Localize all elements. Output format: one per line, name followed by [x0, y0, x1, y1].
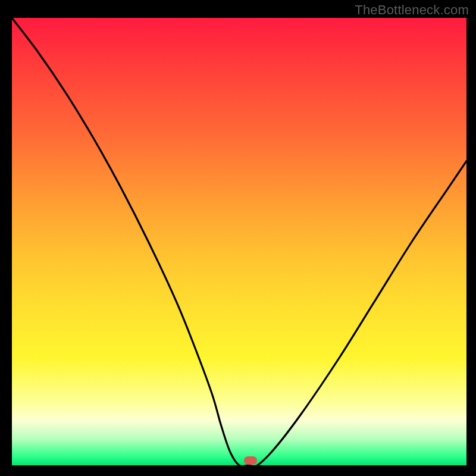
- chart-frame: TheBottleneck.com: [0, 0, 476, 476]
- curve-svg: [12, 18, 466, 465]
- watermark-text: TheBottleneck.com: [355, 2, 469, 18]
- bottleneck-curve: [12, 18, 466, 465]
- minimum-marker: [244, 456, 257, 465]
- plot-area: [12, 18, 466, 465]
